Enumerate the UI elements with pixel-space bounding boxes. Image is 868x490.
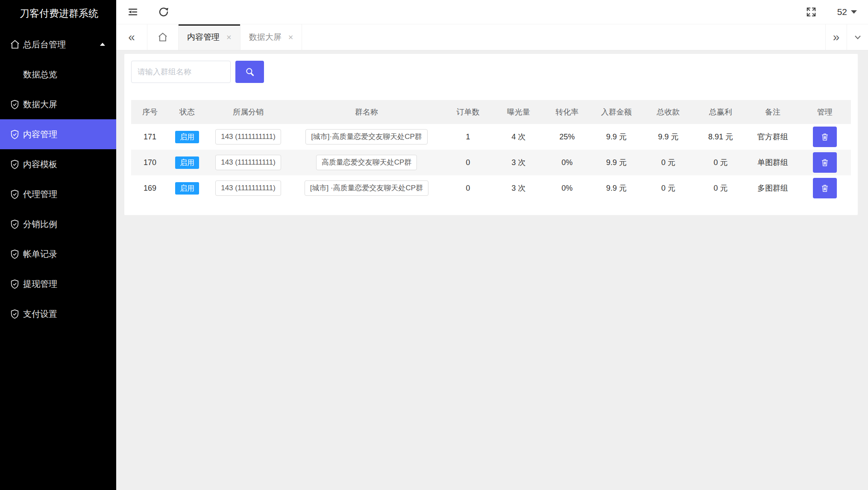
distributor-box[interactable]: 143 (1111111111) bbox=[215, 155, 281, 170]
tabbar: « 内容管理 × 数据大屏 × » bbox=[116, 24, 868, 50]
sidebar-item-data-overview[interactable]: 数据总览 bbox=[0, 59, 116, 89]
topbar: 52 bbox=[116, 0, 868, 24]
tab-home-button[interactable] bbox=[147, 24, 179, 50]
sidebar-item-distribution-ratio[interactable]: 分销比例 bbox=[0, 209, 116, 239]
table-row: 170 启用 143 (1111111111) 高质量恋爱交友聊天处CP群 0 … bbox=[131, 150, 851, 175]
cell-remark: 官方群组 bbox=[747, 124, 799, 150]
col-header-remark: 备注 bbox=[747, 100, 799, 124]
tab-content-manage[interactable]: 内容管理 × bbox=[179, 24, 240, 50]
cell-conversion: 25% bbox=[543, 124, 591, 150]
col-header-status: 状态 bbox=[169, 100, 205, 124]
sidebar-item-agent-manage[interactable]: 代理管理 bbox=[0, 179, 116, 209]
cell-total-profit: 0 元 bbox=[695, 175, 747, 201]
col-header-total-profit: 总赢利 bbox=[695, 100, 747, 124]
cell-orders: 0 bbox=[442, 175, 494, 201]
sidebar-item-label: 数据总览 bbox=[23, 69, 57, 80]
cell-remark: 多图群组 bbox=[747, 175, 799, 201]
group-name-box[interactable]: 高质量恋爱交友聊天处CP群 bbox=[316, 155, 417, 170]
sidebar-item-payment-settings[interactable]: 支付设置 bbox=[0, 299, 116, 329]
cell-remark: 单图群组 bbox=[747, 150, 799, 175]
cell-orders: 1 bbox=[442, 124, 494, 150]
home-icon bbox=[9, 39, 21, 50]
app-title: 刀客付费进群系统 bbox=[0, 0, 116, 20]
sidebar-item-content-template[interactable]: 内容模板 bbox=[0, 149, 116, 179]
shield-check-icon bbox=[9, 159, 21, 170]
refresh-icon[interactable] bbox=[157, 6, 170, 18]
search-row bbox=[131, 61, 851, 83]
tabs-scroll-left-button[interactable]: « bbox=[116, 24, 147, 50]
col-header-conversion: 转化率 bbox=[543, 100, 591, 124]
distributor-box[interactable]: 143 (1111111111) bbox=[215, 129, 281, 145]
tabs-scroll-right-button[interactable]: » bbox=[825, 24, 847, 50]
close-icon[interactable]: × bbox=[288, 33, 293, 41]
sidebar-item-label: 分销比例 bbox=[23, 218, 57, 230]
shield-check-icon bbox=[9, 248, 21, 260]
groups-table: 序号 状态 所属分销 群名称 订单数 曝光量 转化率 入群金额 总收款 总赢利 … bbox=[131, 100, 851, 201]
cell-join-amount: 9.9 元 bbox=[591, 124, 642, 150]
status-badge[interactable]: 启用 bbox=[175, 156, 199, 169]
close-icon[interactable]: × bbox=[226, 33, 232, 41]
search-button[interactable] bbox=[235, 61, 264, 83]
topbar-right: 52 bbox=[805, 6, 857, 18]
delete-button[interactable] bbox=[813, 152, 837, 173]
group-name-box[interactable]: [城市] ·高质量恋爱交友聊天处CP群 bbox=[305, 180, 428, 196]
caret-down-icon bbox=[851, 10, 857, 14]
sidebar-item-label: 数据大屏 bbox=[23, 99, 57, 110]
collapse-sidebar-icon[interactable] bbox=[126, 6, 139, 18]
cell-total-received: 0 元 bbox=[642, 150, 695, 175]
tabs-menu-button[interactable] bbox=[847, 24, 868, 50]
table-row: 169 启用 143 (1111111111) [城市] ·高质量恋爱交友聊天处… bbox=[131, 175, 851, 201]
sidebar-item-label: 内容模板 bbox=[23, 159, 57, 170]
sidebar-menu: 总后台管理 数据总览 数据大屏 内容管理 bbox=[0, 30, 116, 329]
sidebar-item-admin-root[interactable]: 总后台管理 bbox=[0, 30, 116, 59]
status-badge[interactable]: 启用 bbox=[175, 182, 199, 195]
distributor-box[interactable]: 143 (1111111111) bbox=[215, 180, 281, 196]
sidebar-item-data-screen[interactable]: 数据大屏 bbox=[0, 89, 116, 119]
group-name-box[interactable]: [城市]·高质量恋爱交友聊天处CP群 bbox=[305, 129, 428, 145]
shield-check-icon bbox=[9, 99, 21, 110]
sidebar-item-content-manage[interactable]: 内容管理 bbox=[0, 119, 116, 149]
cell-exposure: 3 次 bbox=[494, 150, 543, 175]
content-card: 序号 状态 所属分销 群名称 订单数 曝光量 转化率 入群金额 总收款 总赢利 … bbox=[124, 54, 858, 215]
shield-check-icon bbox=[9, 189, 21, 200]
sidebar-item-bill-records[interactable]: 帐单记录 bbox=[0, 239, 116, 269]
col-header-distributor: 所属分销 bbox=[205, 100, 291, 124]
col-header-id: 序号 bbox=[131, 100, 169, 124]
shield-check-icon bbox=[9, 308, 21, 319]
shield-check-icon bbox=[9, 278, 21, 289]
sidebar: 刀客付费进群系统 总后台管理 数据总览 数据大屏 bbox=[0, 0, 116, 490]
tab-label: 数据大屏 bbox=[249, 32, 282, 43]
sidebar-item-label: 总后台管理 bbox=[23, 39, 66, 50]
user-dropdown[interactable]: 52 bbox=[837, 7, 857, 17]
cell-join-amount: 9.9 元 bbox=[591, 150, 642, 175]
cell-total-profit: 0 元 bbox=[695, 150, 747, 175]
tab-data-screen[interactable]: 数据大屏 × bbox=[240, 24, 302, 50]
cell-id: 171 bbox=[131, 124, 169, 150]
col-header-exposure: 曝光量 bbox=[494, 100, 543, 124]
cell-id: 169 bbox=[131, 175, 169, 201]
tabbar-spacer bbox=[302, 24, 825, 50]
cell-conversion: 0% bbox=[543, 150, 591, 175]
search-input[interactable] bbox=[131, 61, 231, 83]
user-label: 52 bbox=[837, 7, 847, 17]
trash-icon bbox=[820, 158, 830, 167]
cell-exposure: 4 次 bbox=[494, 124, 543, 150]
cell-join-amount: 9.9 元 bbox=[591, 175, 642, 201]
caret-up-icon bbox=[100, 43, 105, 46]
tab-label: 内容管理 bbox=[187, 32, 220, 43]
shield-check-icon bbox=[9, 218, 21, 230]
cell-exposure: 3 次 bbox=[494, 175, 543, 201]
sidebar-item-label: 支付设置 bbox=[23, 308, 57, 320]
col-header-orders: 订单数 bbox=[442, 100, 494, 124]
cell-total-received: 0 元 bbox=[642, 175, 695, 201]
sidebar-item-withdraw-manage[interactable]: 提现管理 bbox=[0, 269, 116, 299]
col-header-manage: 管理 bbox=[799, 100, 851, 124]
search-icon bbox=[244, 66, 255, 77]
delete-button[interactable] bbox=[813, 127, 837, 147]
fullscreen-icon[interactable] bbox=[805, 6, 818, 18]
delete-button[interactable] bbox=[813, 178, 837, 198]
main-content: 序号 状态 所属分销 群名称 订单数 曝光量 转化率 入群金额 总收款 总赢利 … bbox=[116, 54, 868, 490]
sidebar-item-label: 内容管理 bbox=[23, 129, 57, 140]
sidebar-item-label: 提现管理 bbox=[23, 278, 57, 290]
status-badge[interactable]: 启用 bbox=[175, 131, 199, 143]
